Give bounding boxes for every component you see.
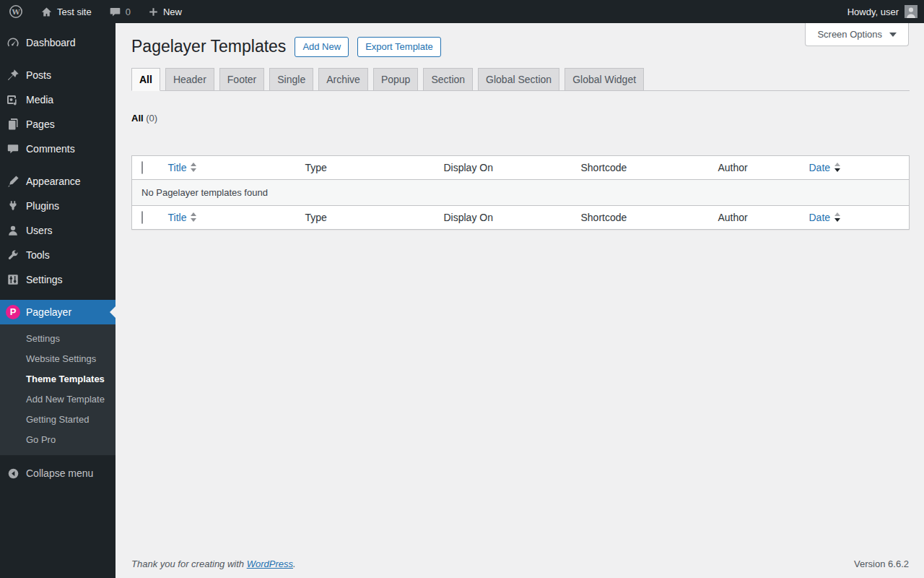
column-header-display-on: Display On [437,205,574,229]
comment-icon [109,6,121,18]
sidebar-item-media[interactable]: Media [0,87,116,112]
site-name: Test site [57,7,92,17]
comments-count: 0 [126,7,131,17]
sidebar-item-label: Comments [26,143,75,155]
new-label: New [163,7,182,17]
tab-popup[interactable]: Popup [373,68,418,90]
sort-arrows-icon [834,163,840,172]
plugin-icon [6,199,20,213]
screen-options-button[interactable]: Screen Options [805,23,909,46]
table-footer-row: Title Type Display On Shortcode Author D… [132,205,910,229]
sidebar-item-label: Posts [26,69,51,81]
tab-section[interactable]: Section [423,68,473,90]
wordpress-menu[interactable]: W [0,0,32,23]
column-header-shortcode: Shortcode [574,205,711,229]
sidebar-item-comments[interactable]: Comments [0,137,116,161]
svg-text:W: W [11,8,20,16]
admin-sidebar: Dashboard Posts Media [0,23,116,578]
user-icon [6,223,20,238]
sort-by-date-link[interactable]: Date [809,212,841,223]
wordpress-logo-icon: W [9,4,23,19]
sidebar-item-label: Dashboard [26,37,76,48]
wrench-icon [6,248,20,262]
sidebar-item-settings[interactable]: Settings [0,267,116,292]
sidebar-item-dashboard[interactable]: Dashboard [0,30,116,55]
select-all-checkbox[interactable] [141,161,143,174]
filter-links: All (0) [131,113,910,124]
sort-by-title-link[interactable]: Title [168,162,197,173]
sidebar-item-label: Tools [26,249,50,261]
submenu-item-theme-templates[interactable]: Theme Templates [0,369,116,389]
sidebar-item-label: Pages [26,118,55,130]
page-title: Pagelayer Templates [131,36,286,58]
filter-all-link[interactable]: All [131,113,144,124]
new-content-menu[interactable]: New [139,0,191,23]
main-content: Screen Options Pagelayer Templates Add N… [116,23,924,578]
sidebar-item-label: Media [26,94,53,105]
pagelayer-icon: P [6,305,20,319]
tab-global-widget[interactable]: Global Widget [565,68,644,90]
column-header-display-on: Display On [437,155,574,179]
submenu-item-website-settings[interactable]: Website Settings [0,349,116,369]
caret-down-icon [889,33,897,37]
table-header-row: Title Type Display On Shortcode Author D… [132,155,910,179]
pagelayer-submenu: Settings Website Settings Theme Template… [0,324,116,455]
sidebar-item-users[interactable]: Users [0,218,116,243]
sidebar-item-pages[interactable]: Pages [0,112,116,137]
admin-footer: Thank you for creating with WordPress. V… [131,558,909,569]
tab-footer[interactable]: Footer [219,68,264,90]
version-text: Version 6.6.2 [854,558,909,569]
wordpress-link[interactable]: WordPress [247,558,293,569]
sort-arrows-icon [191,212,196,222]
plus-icon [148,7,159,17]
submenu-item-add-new-template[interactable]: Add New Template [0,389,116,410]
tab-global-section[interactable]: Global Section [478,68,559,90]
sidebar-item-label: Pagelayer [26,306,71,318]
tab-archive[interactable]: Archive [318,68,368,90]
my-account-menu[interactable]: Howdy, user [847,0,924,23]
submenu-item-getting-started[interactable]: Getting Started [0,410,116,430]
sidebar-item-plugins[interactable]: Plugins [0,194,116,218]
submenu-item-settings[interactable]: Settings [0,329,116,349]
filter-all-count: (0) [146,113,157,124]
dashboard-icon [6,35,20,50]
sidebar-item-label: Appearance [26,176,81,187]
pin-icon [6,68,20,82]
templates-table: Title Type Display On Shortcode Author D… [131,155,910,230]
empty-message: No Pagelayer templates found [132,179,910,205]
sort-by-title-link[interactable]: Title [168,212,197,223]
footer-thanks-text: Thank you for creating with WordPress. [131,558,296,569]
tab-all[interactable]: All [131,68,160,91]
sidebar-item-posts[interactable]: Posts [0,63,116,87]
submenu-item-go-pro[interactable]: Go Pro [0,430,116,450]
collapse-menu-label: Collapse menu [26,467,93,479]
export-template-button[interactable]: Export Template [357,37,441,57]
howdy-text: Howdy, user [847,7,899,17]
sort-by-date-link[interactable]: Date [809,162,841,173]
home-icon [40,6,53,18]
column-header-author: Author [711,205,802,229]
add-new-button[interactable]: Add New [295,37,349,57]
tab-header[interactable]: Header [165,68,214,90]
screen-options-label: Screen Options [817,29,882,40]
select-all-checkbox[interactable] [141,211,143,224]
comments-bubble[interactable]: 0 [100,0,139,23]
empty-table-row: No Pagelayer templates found [132,179,910,205]
brush-icon [6,174,20,189]
sidebar-item-label: Users [26,225,53,236]
sidebar-item-tools[interactable]: Tools [0,243,116,267]
collapse-menu-button[interactable]: Collapse menu [0,461,116,486]
media-icon [6,92,20,107]
sort-arrows-icon [834,212,840,222]
collapse-icon [6,466,20,480]
visit-site-link[interactable]: Test site [32,0,100,23]
sidebar-item-appearance[interactable]: Appearance [0,169,116,194]
sidebar-item-label: Plugins [26,200,59,212]
sidebar-item-pagelayer[interactable]: P Pagelayer [0,300,116,324]
admin-bar: W Test site 0 New Howdy, user [0,0,924,23]
sort-arrows-icon [191,163,196,172]
comment-icon [6,142,20,156]
tab-single[interactable]: Single [269,68,313,90]
avatar [905,5,918,18]
column-header-type: Type [298,205,437,229]
